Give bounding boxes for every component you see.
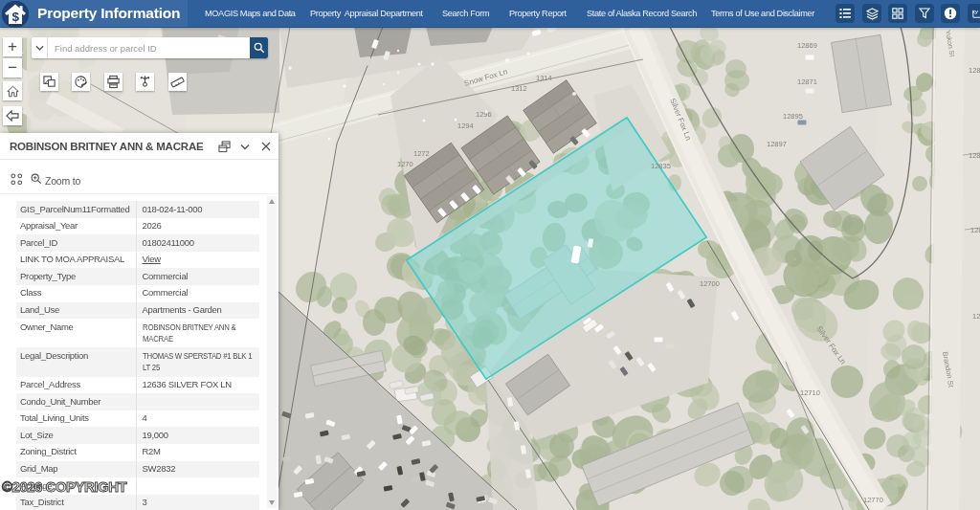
svg-text:12897: 12897 bbox=[767, 140, 787, 148]
svg-text:12700: 12700 bbox=[700, 279, 720, 288]
svg-text:12835: 12835 bbox=[651, 162, 671, 170]
svg-text:1272: 1272 bbox=[413, 149, 430, 158]
svg-text:12801: 12801 bbox=[969, 66, 980, 75]
svg-text:1314: 1314 bbox=[536, 74, 552, 82]
svg-text:xy: xy bbox=[971, 9, 979, 14]
svg-text:12869: 12869 bbox=[797, 41, 817, 50]
svg-text:12770: 12770 bbox=[863, 496, 883, 504]
svg-text:1270: 1270 bbox=[397, 160, 413, 168]
svg-text:12871: 12871 bbox=[797, 78, 817, 86]
svg-text:$: $ bbox=[11, 10, 19, 24]
svg-text:1312: 1312 bbox=[511, 84, 527, 93]
svg-text:1294: 1294 bbox=[457, 122, 474, 130]
svg-text:12831: 12831 bbox=[972, 312, 980, 321]
svg-text:12710: 12710 bbox=[800, 388, 820, 397]
svg-text:12811: 12811 bbox=[969, 151, 980, 160]
svg-text:12821: 12821 bbox=[970, 226, 980, 234]
svg-text:1296: 1296 bbox=[476, 110, 492, 119]
svg-text:12895: 12895 bbox=[783, 112, 803, 121]
